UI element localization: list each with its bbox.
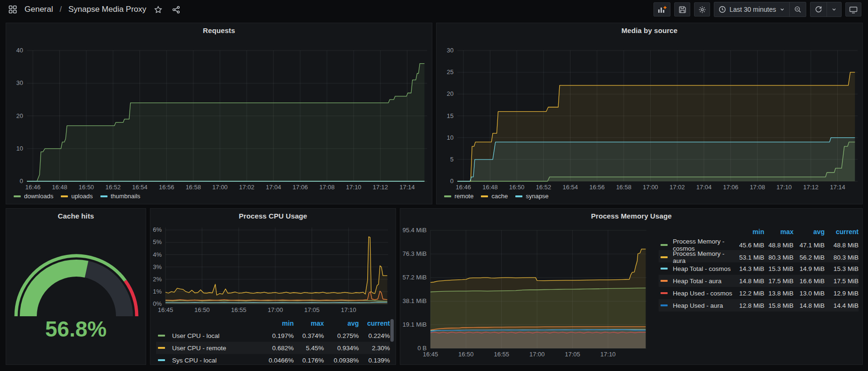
svg-text:17:05: 17:05 — [565, 351, 580, 358]
add-panel-button[interactable] — [653, 2, 670, 17]
media-chart[interactable]: 05101520253016:4616:4816:5016:5216:5416:… — [437, 41, 863, 193]
legend-row: Heap Used - aura 12.8 MiB 15.8 MiB 14.8 … — [659, 299, 859, 312]
series-swatch — [158, 335, 165, 337]
media-legend: remote cache synapse — [444, 193, 549, 200]
chevron-down-icon — [779, 7, 785, 12]
nav-bar: General / Synapse Media Proxy — [0, 0, 868, 19]
svg-text:16:56: 16:56 — [589, 184, 605, 191]
series-swatch — [515, 195, 522, 197]
series-label[interactable]: Heap Used - cosmos — [673, 290, 733, 297]
series-swatch — [661, 280, 668, 282]
refresh-group — [810, 2, 842, 17]
svg-text:17:12: 17:12 — [803, 184, 819, 191]
share-icon[interactable] — [170, 3, 182, 16]
series-label[interactable]: Sys CPU - local — [172, 357, 264, 364]
legend-item[interactable]: synapse — [515, 193, 548, 200]
series-label[interactable]: Heap Used - aura — [673, 302, 733, 309]
col-avg[interactable]: avg — [794, 228, 825, 236]
svg-text:16:52: 16:52 — [536, 184, 552, 191]
dashboards-grid-icon[interactable] — [7, 3, 19, 16]
panel-title[interactable]: Process Memory Usage — [400, 212, 862, 220]
svg-text:17:02: 17:02 — [670, 184, 685, 191]
panel-process-memory: Process Memory Usage 0 B19.1 MiB38.1 MiB… — [400, 208, 863, 365]
svg-text:17:06: 17:06 — [723, 184, 738, 191]
svg-text:76.3 MiB: 76.3 MiB — [403, 250, 427, 257]
save-dashboard-button[interactable] — [674, 2, 690, 17]
series-label[interactable]: User CPU - local — [172, 332, 264, 339]
refresh-button[interactable] — [810, 2, 827, 17]
clock-icon — [719, 6, 726, 13]
cpu-chart[interactable]: 0%1%2%3%4%5%6%16:4516:5016:5517:0017:051… — [150, 224, 397, 317]
svg-text:57.2 MiB: 57.2 MiB — [403, 274, 427, 281]
time-range-picker[interactable]: Last 30 minutes — [714, 2, 789, 17]
legend-item[interactable]: downloads — [14, 193, 53, 200]
panel-title[interactable]: Process CPU Usage — [150, 212, 396, 220]
breadcrumb-separator: / — [58, 5, 62, 14]
series-label: remote — [455, 193, 473, 200]
legend-item[interactable]: cache — [481, 193, 508, 200]
gauge-value: 56.8% — [6, 316, 146, 342]
tv-mode-button[interactable] — [845, 2, 861, 17]
cache-hits-gauge — [6, 226, 147, 367]
panel-title[interactable]: Media by source — [437, 26, 862, 34]
col-min[interactable]: min — [733, 228, 764, 236]
legend-row: Process Memory - aura 53.1 MiB 80.3 MiB … — [659, 250, 859, 262]
svg-text:16:45: 16:45 — [158, 306, 174, 313]
legend-row: User CPU - local 0.197% 0.374% 0.275% 0.… — [156, 329, 390, 342]
col-min[interactable]: min — [264, 320, 294, 327]
series-label[interactable]: Heap Total - cosmos — [673, 265, 733, 272]
svg-text:17:00: 17:00 — [212, 184, 228, 191]
col-max[interactable]: max — [294, 320, 324, 327]
col-max[interactable]: max — [764, 228, 794, 236]
svg-text:17:04: 17:04 — [266, 184, 281, 191]
series-swatch — [661, 292, 668, 294]
panel-title[interactable]: Requests — [6, 26, 432, 34]
memory-legend-table: min max avg current Process Memory - cos… — [659, 226, 859, 312]
time-range-label: Last 30 minutes — [729, 6, 776, 13]
zoom-out-time-button[interactable] — [789, 2, 806, 17]
series-swatch — [661, 244, 668, 246]
zoom-out-icon — [794, 6, 802, 13]
col-avg[interactable]: avg — [324, 320, 359, 327]
svg-text:25: 25 — [447, 68, 454, 76]
breadcrumb-folder[interactable]: General — [25, 5, 53, 14]
series-swatch — [444, 195, 451, 197]
svg-text:16:50: 16:50 — [194, 306, 210, 313]
favorite-star-icon[interactable] — [152, 3, 164, 16]
svg-text:17:10: 17:10 — [600, 351, 616, 358]
series-label[interactable]: User CPU - remote — [172, 345, 264, 352]
legend-item[interactable]: uploads — [61, 193, 93, 200]
panel-media-by-source: Media by source 05101520253016:4616:4816… — [436, 23, 863, 204]
col-current[interactable]: current — [825, 228, 859, 236]
series-label: thumbnails — [111, 193, 141, 200]
svg-text:17:10: 17:10 — [341, 306, 356, 313]
svg-text:16:58: 16:58 — [616, 184, 632, 191]
legend-item[interactable]: thumbnails — [100, 193, 141, 200]
monitor-icon — [849, 6, 858, 14]
series-label[interactable]: Process Memory - aura — [673, 250, 733, 264]
legend-item[interactable]: remote — [444, 193, 473, 200]
series-swatch — [100, 195, 107, 197]
legend-scrollbar[interactable] — [390, 319, 394, 342]
series-label[interactable]: Heap Total - aura — [673, 278, 733, 285]
svg-text:17:08: 17:08 — [319, 184, 335, 191]
requests-legend: downloads uploads thumbnails — [14, 193, 141, 200]
requests-chart[interactable]: 01020304016:4616:4816:5016:5216:5416:561… — [6, 41, 433, 193]
svg-text:0: 0 — [450, 177, 454, 185]
svg-text:16:45: 16:45 — [423, 351, 438, 358]
svg-text:20: 20 — [447, 90, 454, 97]
svg-text:16:55: 16:55 — [231, 306, 247, 313]
series-swatch — [158, 359, 165, 361]
svg-text:17:00: 17:00 — [268, 306, 283, 313]
series-swatch — [661, 304, 668, 306]
legend-header-row: min max avg current — [156, 317, 390, 329]
svg-text:16:52: 16:52 — [106, 184, 121, 191]
dashboard-settings-button[interactable] — [694, 2, 710, 17]
col-current[interactable]: current — [359, 320, 390, 327]
legend-row: User CPU - remote 0.682% 5.45% 0.934% 2.… — [156, 342, 390, 354]
series-swatch — [661, 268, 668, 270]
refresh-interval-caret[interactable] — [827, 2, 841, 17]
svg-text:17:06: 17:06 — [292, 184, 308, 191]
memory-chart[interactable]: 0 B19.1 MiB38.1 MiB57.2 MiB76.3 MiB95.4 … — [400, 223, 655, 364]
panel-title[interactable]: Cache hits — [6, 212, 146, 220]
